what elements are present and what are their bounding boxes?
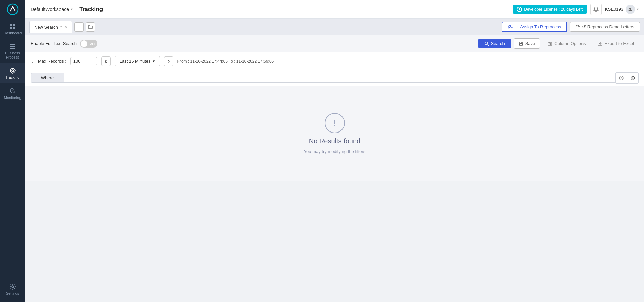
max-records-label: Max Records : <box>38 59 66 64</box>
svg-rect-5 <box>10 44 15 45</box>
svg-rect-6 <box>10 46 15 47</box>
app-logo[interactable] <box>0 0 25 19</box>
collapse-icon: ⌄ <box>31 59 34 64</box>
tab-add-button[interactable]: + <box>74 22 84 32</box>
tab-new-search[interactable]: New Search * ✕ <box>29 21 72 33</box>
tab-label: New Search <box>34 25 58 30</box>
toolbar: Enable Full Text Search OFF Search Save <box>25 35 644 52</box>
svg-line-19 <box>487 44 489 46</box>
time-range-label: Last 15 Minutes <box>120 59 151 64</box>
sidebar-item-label: Settings <box>6 291 19 295</box>
svg-point-14 <box>12 286 14 288</box>
empty-state-icon: ! <box>325 113 345 133</box>
search-btn-label: Search <box>491 41 505 46</box>
svg-point-9 <box>12 70 14 72</box>
sidebar-item-label: Dashboard <box>4 31 22 35</box>
svg-point-0 <box>7 4 18 15</box>
column-options-button[interactable]: Column Options <box>543 39 590 48</box>
filter-bar: ⌄ Max Records : 100 10 25 50 250 500 Las… <box>25 52 644 70</box>
sidebar-item-label: Business Process <box>1 51 24 59</box>
export-btn-label: Export to Excel <box>605 41 634 46</box>
svg-rect-27 <box>550 43 551 44</box>
tab-asterisk: * <box>60 25 62 30</box>
search-button[interactable]: Search <box>478 39 511 48</box>
workspace-selector[interactable]: DefaultWorkspace ▾ <box>31 7 73 12</box>
sidebar-nav: Dashboard Business Process Tracking <box>0 19 25 279</box>
empty-state-title: No Results found <box>309 137 360 145</box>
workspace-chevron: ▾ <box>71 7 73 11</box>
svg-point-18 <box>485 42 488 45</box>
user-badge[interactable]: KSE0193 ▾ <box>605 5 639 14</box>
sidebar-item-business-process[interactable]: Business Process <box>0 39 25 63</box>
svg-rect-1 <box>10 24 12 26</box>
svg-rect-3 <box>10 27 12 29</box>
sidebar-item-dashboard[interactable]: Dashboard <box>0 19 25 39</box>
max-records-select[interactable]: 100 10 25 50 250 500 <box>70 57 97 65</box>
topbar: DefaultWorkspace ▾ Tracking i Developer … <box>25 0 644 19</box>
where-input[interactable] <box>64 73 616 83</box>
assign-to-reprocess-button[interactable]: → Assign To Reprocess <box>502 22 567 32</box>
reprocess-btn-label: ↺ Reprocess Dead Letters <box>582 24 634 29</box>
filter-nav-back-button[interactable] <box>101 56 111 66</box>
toggle-knob <box>81 40 87 47</box>
save-btn-label: Save <box>525 41 535 46</box>
svg-point-17 <box>509 25 511 27</box>
tab-bar: New Search * ✕ + → Assign To Reprocess <box>25 19 644 35</box>
empty-state: ! No Results found You may try modifying… <box>25 86 644 181</box>
svg-rect-22 <box>520 44 522 45</box>
toolbar-right: Search Save Column Options <box>478 38 639 49</box>
user-id: KSE0193 <box>605 7 623 12</box>
page-title: Tracking <box>79 6 103 13</box>
toggle-state-text: OFF <box>90 42 96 45</box>
where-label: Where <box>31 73 64 83</box>
license-badge: i Developer License : 20 days Left <box>513 5 587 14</box>
sidebar-item-settings[interactable]: Settings <box>0 279 25 299</box>
add-icon: + <box>77 24 80 30</box>
full-text-search-label: Enable Full Text Search <box>31 41 77 46</box>
workspace-name: DefaultWorkspace <box>31 7 69 12</box>
reprocess-dead-letters-button[interactable]: ↺ Reprocess Dead Letters <box>570 22 640 32</box>
collapse-button[interactable]: ⌄ <box>31 59 34 64</box>
tab-right-actions: → Assign To Reprocess ↺ Reprocess Dead L… <box>502 22 640 32</box>
svg-point-16 <box>629 8 631 10</box>
sidebar: Dashboard Business Process Tracking <box>0 0 25 302</box>
exclamation-icon: ! <box>333 118 336 128</box>
time-range-dropdown[interactable]: Last 15 Minutes ▾ <box>115 56 160 66</box>
time-range-chevron: ▾ <box>153 59 155 64</box>
sidebar-item-tracking[interactable]: Tracking <box>0 63 25 83</box>
alert-button[interactable] <box>590 4 602 15</box>
export-to-excel-button[interactable]: Export to Excel <box>593 39 639 48</box>
svg-rect-4 <box>13 27 15 29</box>
column-options-label: Column Options <box>554 41 586 46</box>
empty-state-subtitle: You may try modifying the filters <box>304 149 366 154</box>
svg-rect-7 <box>10 48 15 49</box>
sidebar-bottom: Settings <box>0 279 25 299</box>
filter-nav-forward-button[interactable] <box>164 56 173 66</box>
user-avatar <box>626 5 635 14</box>
full-text-search-toggle[interactable]: OFF <box>80 40 97 48</box>
topbar-right: i Developer License : 20 days Left KSE01… <box>513 4 639 15</box>
user-chevron: ▾ <box>637 7 639 11</box>
assign-btn-label: → Assign To Reprocess <box>515 24 561 29</box>
info-icon: i <box>517 7 522 12</box>
svg-point-8 <box>10 68 15 73</box>
svg-rect-26 <box>549 42 550 43</box>
svg-rect-21 <box>520 42 522 43</box>
where-clock-button[interactable] <box>616 72 627 84</box>
main-content: New Search * ✕ + → Assign To Reprocess <box>25 19 644 302</box>
time-range-display: From : 11-10-2022 17:44:05 To : 11-10-20… <box>177 59 274 64</box>
where-add-button[interactable]: ⊕ <box>627 72 639 84</box>
sidebar-item-label: Monitoring <box>4 96 21 100</box>
svg-rect-2 <box>13 24 15 26</box>
tab-folder-button[interactable] <box>86 22 95 32</box>
tab-close-icon[interactable]: ✕ <box>64 25 67 29</box>
sidebar-item-label: Tracking <box>6 75 20 79</box>
license-text: Developer License : 20 days Left <box>524 7 583 12</box>
svg-line-30 <box>621 78 622 79</box>
sidebar-item-monitoring[interactable]: Monitoring <box>0 83 25 104</box>
save-button[interactable]: Save <box>514 38 540 49</box>
where-row: Where ⊕ <box>25 70 644 86</box>
add-icon: ⊕ <box>630 74 635 82</box>
